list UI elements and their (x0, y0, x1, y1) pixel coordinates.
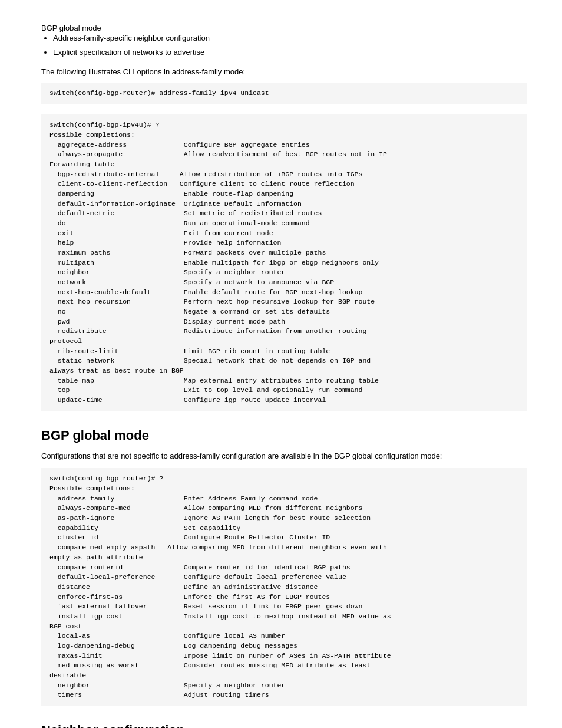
intro-text-1: The following illustrates CLI options in… (41, 66, 527, 78)
code-block-1: switch(config-bgp-router)# address-famil… (41, 83, 527, 104)
page-header: BGP global mode (41, 24, 527, 32)
code-block-2: switch(config-bgp-ipv4u)# ? Possible com… (41, 114, 527, 411)
bullet-item-2: Explicit specification of networks to ad… (53, 47, 527, 58)
bullet-item-1: Address-family-specific neighbor configu… (53, 32, 527, 44)
bullet-list: Address-family-specific neighbor configu… (53, 32, 527, 58)
section2-heading: Neighbor configuration (41, 723, 527, 728)
header-text: BGP global mode (41, 24, 101, 32)
section1-intro: Configurations that are not specific to … (41, 450, 527, 463)
section1-heading: BGP global mode (41, 428, 527, 443)
code-block-3: switch(config-bgp-router)# ? Possible co… (41, 468, 527, 706)
